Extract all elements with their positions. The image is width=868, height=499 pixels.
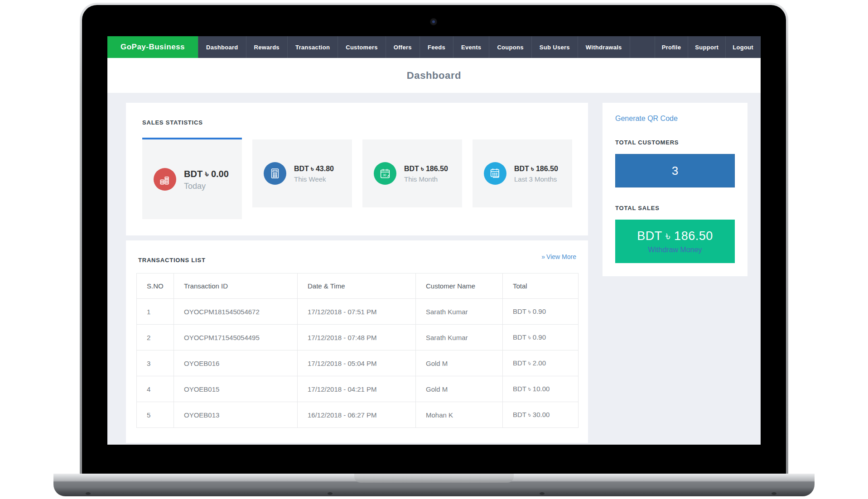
generate-qr-link[interactable]: Generate QR Code bbox=[615, 115, 735, 123]
nav-tab-feeds[interactable]: Feeds bbox=[420, 36, 453, 58]
view-more-link[interactable]: »View More bbox=[541, 253, 576, 260]
stat-tile-last-3-months[interactable]: BDT ৳ 186.50 Last 3 Months bbox=[473, 139, 572, 207]
laptop-lid-notch bbox=[354, 474, 514, 483]
total-customers-value: 3 bbox=[672, 164, 678, 178]
table-row: 3 OYOEB016 17/12/2018 - 05:04 PM Gold M … bbox=[137, 350, 579, 376]
stat-text: BDT ৳ 186.50 Last 3 Months bbox=[514, 164, 572, 183]
cell-sno: 4 bbox=[137, 376, 174, 402]
page-header: Dashboard bbox=[107, 58, 761, 93]
top-navbar: GoPay-Business Dashboard Rewards Transac… bbox=[107, 36, 761, 58]
laptop-base bbox=[53, 474, 815, 496]
app-window: GoPay-Business Dashboard Rewards Transac… bbox=[107, 36, 761, 445]
laptop-bezel: GoPay-Business Dashboard Rewards Transac… bbox=[82, 5, 786, 474]
webcam-lens bbox=[432, 20, 435, 23]
nav-tab-support[interactable]: Support bbox=[688, 36, 725, 58]
stat-label: This Month bbox=[404, 175, 462, 183]
cell-customer: Gold M bbox=[416, 350, 503, 376]
calculator-icon bbox=[264, 162, 286, 185]
nav-tab-offers[interactable]: Offers bbox=[386, 36, 420, 58]
stat-text: BDT ৳ 186.50 This Month bbox=[404, 164, 462, 183]
cell-total: BDT ৳ 0.90 bbox=[503, 299, 579, 325]
sales-statistics-heading: SALES STATISTICS bbox=[142, 119, 588, 126]
laptop-lid: GoPay-Business Dashboard Rewards Transac… bbox=[80, 3, 788, 474]
cell-customer: Mohan K bbox=[416, 402, 503, 428]
transactions-card: TRANSACTIONS LIST »View More S.NO Transa… bbox=[126, 240, 588, 443]
calendar-icon bbox=[484, 162, 506, 185]
rubber-foot bbox=[540, 492, 545, 495]
laptop-mockup: GoPay-Business Dashboard Rewards Transac… bbox=[0, 0, 868, 499]
cell-txid: OYOEB013 bbox=[174, 402, 298, 428]
withdraw-money-link[interactable]: Withdraw Money bbox=[648, 246, 702, 254]
page-body: SALES STATISTICS bbox=[107, 93, 761, 445]
summary-sidebar: Generate QR Code TOTAL CUSTOMERS 3 TOTAL… bbox=[603, 103, 747, 276]
page-title: Dashboard bbox=[407, 70, 461, 82]
nav-tab-transaction[interactable]: Transaction bbox=[287, 36, 338, 58]
column-header-customer: Customer Name bbox=[416, 273, 503, 299]
cell-txid: OYOCPM171545054495 bbox=[174, 325, 298, 350]
nav-tab-withdrawals[interactable]: Withdrawals bbox=[578, 36, 630, 58]
stat-tile-this-week[interactable]: BDT ৳ 43.80 This Week bbox=[252, 139, 352, 207]
cell-customer: Gold M bbox=[416, 376, 503, 402]
total-customers-label: TOTAL CUSTOMERS bbox=[615, 139, 735, 146]
rubber-foot bbox=[328, 492, 333, 495]
stat-value: BDT ৳ 43.80 bbox=[294, 164, 352, 174]
stat-tile-today[interactable]: BDT ৳ 0.00 Today bbox=[142, 138, 242, 219]
nav-tab-logout[interactable]: Logout bbox=[725, 36, 761, 58]
total-sales-box[interactable]: BDT ৳ 186.50 Withdraw Money bbox=[615, 220, 735, 263]
table-row: 2 OYOCPM171545054495 17/12/2018 - 07:48 … bbox=[137, 325, 579, 350]
cell-datetime: 17/12/2018 - 07:48 PM bbox=[298, 325, 416, 350]
column-header-datetime: Date & Time bbox=[298, 273, 416, 299]
total-customers-box: 3 bbox=[615, 154, 735, 187]
stat-label: Today bbox=[184, 182, 242, 191]
cell-sno: 5 bbox=[137, 402, 174, 428]
nav-tab-dashboard[interactable]: Dashboard bbox=[198, 36, 246, 58]
cell-sno: 1 bbox=[137, 299, 174, 325]
cell-datetime: 17/12/2018 - 05:04 PM bbox=[298, 350, 416, 376]
stat-text: BDT ৳ 0.00 Today bbox=[184, 168, 242, 191]
transactions-heading: TRANSACTIONS LIST bbox=[138, 257, 206, 264]
stat-tiles: BDT ৳ 0.00 Today bbox=[142, 138, 588, 219]
stat-label: This Week bbox=[294, 175, 352, 183]
navbar-spacer bbox=[630, 36, 655, 58]
nav-tab-events[interactable]: Events bbox=[453, 36, 489, 58]
view-more-label: View More bbox=[546, 253, 576, 260]
table-header-row: S.NO Transaction ID Date & Time Customer… bbox=[137, 273, 579, 299]
coins-icon bbox=[154, 168, 176, 191]
stat-label: Last 3 Months bbox=[514, 175, 572, 183]
cell-sno: 2 bbox=[137, 325, 174, 350]
cell-sno: 3 bbox=[137, 350, 174, 376]
cell-total: BDT ৳ 30.00 bbox=[503, 402, 579, 428]
table-row: 4 OYOEB015 17/12/2018 - 04:21 PM Gold M … bbox=[137, 376, 579, 402]
calendar-30-icon: 30 bbox=[374, 162, 396, 185]
column-header-total: Total bbox=[503, 273, 579, 299]
chevrons-right-icon: » bbox=[541, 253, 545, 260]
total-sales-value: BDT ৳ 186.50 bbox=[637, 229, 713, 243]
stat-tile-this-month[interactable]: 30 BDT ৳ 186.50 This Month bbox=[362, 139, 462, 207]
svg-text:30: 30 bbox=[383, 173, 386, 177]
webcam-icon bbox=[430, 19, 437, 25]
cell-total: BDT ৳ 0.90 bbox=[503, 325, 579, 350]
nav-tab-customers[interactable]: Customers bbox=[338, 36, 386, 58]
stat-value: BDT ৳ 186.50 bbox=[514, 164, 572, 174]
column-header-sno: S.NO bbox=[137, 273, 174, 299]
cell-datetime: 16/12/2018 - 06:27 PM bbox=[298, 402, 416, 428]
nav-tab-profile[interactable]: Profile bbox=[655, 36, 688, 58]
brand-logo[interactable]: GoPay-Business bbox=[107, 36, 198, 58]
cell-total: BDT ৳ 2.00 bbox=[503, 350, 579, 376]
nav-tab-rewards[interactable]: Rewards bbox=[246, 36, 287, 58]
cell-txid: OYOEB015 bbox=[174, 376, 298, 402]
total-sales-label: TOTAL SALES bbox=[615, 205, 735, 211]
cell-datetime: 17/12/2018 - 07:51 PM bbox=[298, 299, 416, 325]
transactions-table: S.NO Transaction ID Date & Time Customer… bbox=[136, 273, 579, 428]
cell-total: BDT ৳ 10.00 bbox=[503, 376, 579, 402]
rubber-foot bbox=[86, 492, 91, 495]
cell-txid: OYOEB016 bbox=[174, 350, 298, 376]
stat-text: BDT ৳ 43.80 This Week bbox=[294, 164, 352, 183]
rubber-foot bbox=[772, 492, 776, 495]
nav-tab-sub-users[interactable]: Sub Users bbox=[531, 36, 578, 58]
stat-value: BDT ৳ 186.50 bbox=[404, 164, 462, 174]
cell-customer: Sarath Kumar bbox=[416, 325, 503, 350]
nav-tab-coupons[interactable]: Coupons bbox=[489, 36, 531, 58]
table-row: 1 OYOCPM181545054672 17/12/2018 - 07:51 … bbox=[137, 299, 579, 325]
cell-datetime: 17/12/2018 - 04:21 PM bbox=[298, 376, 416, 402]
